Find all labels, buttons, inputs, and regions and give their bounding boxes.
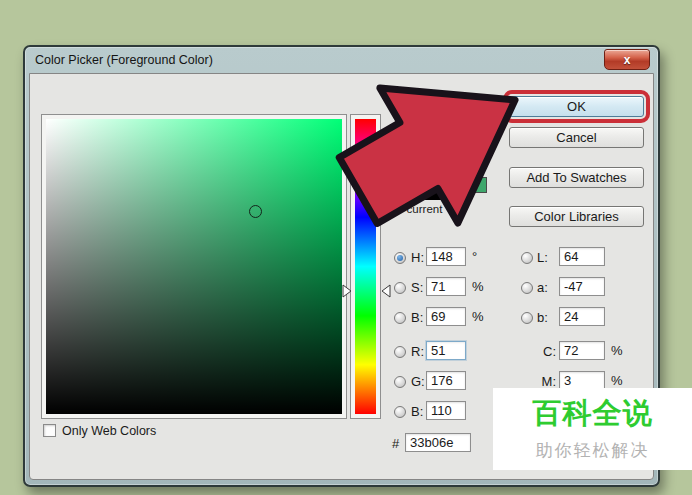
watermark-subtitle: 助你轻松解决 xyxy=(493,439,692,462)
radio-s[interactable] xyxy=(394,282,406,294)
radio-r[interactable] xyxy=(394,346,406,358)
label-a: a: xyxy=(537,278,548,298)
titlebar[interactable]: Color Picker (Foreground Color) x xyxy=(25,47,658,73)
input-a[interactable] xyxy=(559,277,605,296)
radio-b[interactable] xyxy=(394,312,406,324)
unit-b: % xyxy=(472,307,484,327)
watermark-title: 百科全说 xyxy=(493,394,692,434)
label-h: H: xyxy=(411,248,424,268)
ok-button[interactable]: OK xyxy=(509,96,644,117)
label-s: S: xyxy=(411,278,423,298)
web-safe-color-chip[interactable] xyxy=(470,177,487,193)
input-lab-b[interactable] xyxy=(559,307,605,326)
add-to-swatches-button[interactable]: Add To Swatches xyxy=(509,167,644,188)
label-r: R: xyxy=(411,342,424,362)
hue-slider[interactable] xyxy=(355,119,376,414)
hue-slider-well xyxy=(350,114,381,419)
input-l[interactable] xyxy=(559,247,605,266)
close-button[interactable]: x xyxy=(604,49,650,70)
unit-c: % xyxy=(611,341,623,361)
label-b2: B: xyxy=(411,402,423,422)
input-g[interactable] xyxy=(426,371,466,390)
input-b[interactable] xyxy=(426,307,466,326)
color-libraries-button[interactable]: Color Libraries xyxy=(509,206,644,227)
input-h[interactable] xyxy=(426,247,466,266)
window-title: Color Picker (Foreground Color) xyxy=(35,47,213,73)
radio-l[interactable] xyxy=(521,252,533,264)
color-field[interactable] xyxy=(46,119,342,414)
radio-a[interactable] xyxy=(521,282,533,294)
radio-g[interactable] xyxy=(394,376,406,388)
radio-lab-b[interactable] xyxy=(521,312,533,324)
label-hex: # xyxy=(392,434,399,454)
unit-s: % xyxy=(472,277,484,297)
label-g: G: xyxy=(411,372,425,392)
unit-h: ° xyxy=(472,247,477,267)
input-hex[interactable] xyxy=(405,433,471,452)
radio-b2[interactable] xyxy=(394,406,406,418)
label-c: C: xyxy=(530,342,556,362)
input-b2[interactable] xyxy=(426,401,466,420)
color-field-well xyxy=(41,114,347,419)
desktop: { "window": { "title": "Color Picker (Fo… xyxy=(0,0,692,495)
new-color-swatch xyxy=(387,126,462,163)
watermark: 百科全说 助你轻松解决 xyxy=(493,388,692,470)
input-c[interactable] xyxy=(559,341,605,360)
only-web-colors-checkbox[interactable] xyxy=(43,424,56,437)
current-swatch-label: current xyxy=(387,203,462,215)
label-b: B: xyxy=(411,308,423,328)
only-web-colors-label: Only Web Colors xyxy=(62,424,156,438)
cancel-button[interactable]: Cancel xyxy=(509,127,644,148)
label-l: L: xyxy=(537,248,548,268)
current-color-swatch xyxy=(387,163,462,200)
input-s[interactable] xyxy=(426,277,466,296)
web-safe-cube-icon[interactable] xyxy=(470,157,487,174)
input-r[interactable] xyxy=(426,341,466,360)
label-lab-b: b: xyxy=(537,308,548,328)
radio-h[interactable] xyxy=(394,252,406,264)
color-field-marker[interactable] xyxy=(249,205,262,218)
hue-slider-arrow-right[interactable] xyxy=(381,284,391,298)
hue-slider-arrow-left[interactable] xyxy=(342,284,352,298)
